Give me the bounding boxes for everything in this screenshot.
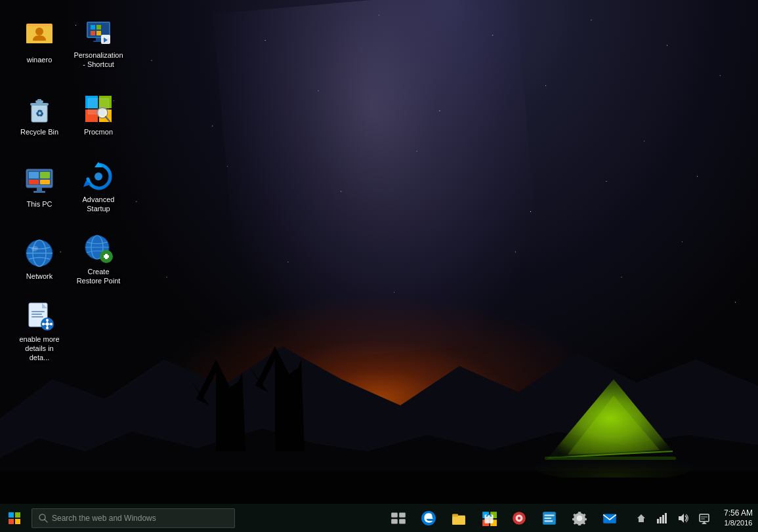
desktop-icon-create-restore-point-label: Create Restore Point xyxy=(76,267,121,286)
svg-rect-42 xyxy=(40,180,50,184)
desktop-icon-personalization-label: Personalization - Shortcut xyxy=(74,51,123,70)
clock-date: 1/8/2016 xyxy=(725,518,753,527)
system-clock[interactable]: 7:56 AM 1/8/2016 xyxy=(719,504,758,532)
svg-rect-62 xyxy=(32,316,43,317)
svg-point-13 xyxy=(35,28,43,35)
desktop-icon-advanced-startup[interactable]: Advanced Startup xyxy=(72,157,125,216)
svg-rect-96 xyxy=(544,520,553,522)
desktop-icon-procmon[interactable]: Procmon xyxy=(72,85,125,144)
desktop-icon-recycle-bin-label: Recycle Bin xyxy=(20,127,58,136)
system-tray xyxy=(627,504,719,532)
svg-rect-17 xyxy=(96,25,101,30)
taskbar-app5-button[interactable] xyxy=(505,504,534,532)
svg-marker-98 xyxy=(637,514,645,522)
desktop-icon-network-label: Network xyxy=(26,272,53,281)
desktop-icon-enable-more[interactable]: enable more details in deta... xyxy=(13,302,66,361)
svg-rect-77 xyxy=(391,512,398,517)
svg-rect-39 xyxy=(29,172,39,178)
svg-rect-71 xyxy=(9,512,14,518)
svg-rect-84 xyxy=(452,516,465,524)
desktop: winaero xyxy=(0,0,758,504)
svg-rect-25 xyxy=(30,103,49,106)
svg-rect-60 xyxy=(32,311,45,312)
svg-rect-73 xyxy=(9,519,14,524)
tray-action-center-icon[interactable] xyxy=(695,504,713,532)
svg-point-92 xyxy=(518,516,520,519)
svg-point-70 xyxy=(46,322,49,325)
taskbar-file-explorer-button[interactable] xyxy=(444,504,473,532)
svg-marker-6 xyxy=(548,379,673,458)
taskbar-settings-button[interactable] xyxy=(565,504,594,532)
taskbar-edge-button[interactable] xyxy=(414,504,443,532)
desktop-icon-winaero-label: winaero xyxy=(27,55,53,64)
svg-rect-57 xyxy=(105,254,108,259)
svg-rect-61 xyxy=(32,314,42,315)
svg-rect-79 xyxy=(391,519,398,523)
svg-rect-43 xyxy=(37,188,42,191)
tray-network-icon[interactable] xyxy=(653,504,671,532)
svg-rect-72 xyxy=(15,512,20,518)
svg-marker-4 xyxy=(249,346,305,451)
svg-rect-19 xyxy=(96,31,101,35)
svg-rect-102 xyxy=(665,513,667,523)
taskbar-task-view-button[interactable] xyxy=(384,504,413,532)
svg-marker-7 xyxy=(568,396,660,455)
svg-rect-95 xyxy=(544,517,551,518)
desktop-icon-this-pc-label: This PC xyxy=(26,199,52,209)
svg-rect-41 xyxy=(29,180,39,184)
svg-rect-44 xyxy=(33,191,45,193)
desktop-icon-this-pc[interactable]: This PC xyxy=(13,157,66,216)
svg-rect-16 xyxy=(91,25,95,30)
desktop-icon-personalization[interactable]: Personalization - Shortcut xyxy=(72,13,125,72)
svg-marker-3 xyxy=(190,359,245,451)
svg-rect-104 xyxy=(700,514,709,522)
svg-rect-27 xyxy=(37,99,41,101)
desktop-icon-recycle-bin[interactable]: ♻ Recycle Bin xyxy=(13,85,66,144)
tray-volume-icon[interactable] xyxy=(674,504,692,532)
svg-marker-103 xyxy=(679,514,684,523)
svg-rect-20 xyxy=(96,38,101,41)
start-button[interactable] xyxy=(0,504,29,532)
taskbar-store-button[interactable] xyxy=(474,504,503,532)
taskbar-app-icons xyxy=(381,504,627,532)
svg-point-47 xyxy=(95,173,102,180)
svg-rect-99 xyxy=(657,519,659,523)
search-placeholder: Search the web and Windows xyxy=(52,514,156,523)
svg-line-8 xyxy=(548,451,673,458)
svg-rect-2 xyxy=(0,471,758,504)
taskbar-app6-button[interactable] xyxy=(535,504,564,532)
svg-rect-94 xyxy=(544,514,554,516)
svg-rect-89 xyxy=(484,514,493,523)
taskbar-mail-button[interactable] xyxy=(595,504,624,532)
svg-point-35 xyxy=(99,110,106,116)
svg-rect-80 xyxy=(399,519,406,523)
svg-point-5 xyxy=(535,455,692,478)
svg-rect-78 xyxy=(399,512,406,517)
svg-text:♻: ♻ xyxy=(35,108,44,119)
search-box[interactable]: Search the web and Windows xyxy=(32,508,235,528)
tray-show-hidden-icons[interactable] xyxy=(632,504,650,532)
desktop-icon-procmon-label: Procmon xyxy=(84,127,113,136)
svg-rect-74 xyxy=(15,519,20,524)
desktop-icon-enable-more-label: enable more details in deta... xyxy=(17,335,62,363)
svg-rect-83 xyxy=(452,514,458,516)
svg-line-76 xyxy=(45,520,47,522)
taskbar: Search the web and Windows xyxy=(0,504,758,532)
desktop-icons-container: winaero xyxy=(0,0,144,459)
svg-rect-97 xyxy=(603,514,616,523)
clock-time: 7:56 AM xyxy=(724,508,753,519)
desktop-icon-network[interactable]: Network xyxy=(13,230,66,289)
desktop-icon-winaero[interactable]: winaero xyxy=(13,13,66,72)
svg-rect-101 xyxy=(662,515,664,523)
desktop-icon-create-restore-point[interactable]: Create Restore Point xyxy=(72,230,125,289)
svg-rect-9 xyxy=(545,457,676,460)
svg-rect-40 xyxy=(40,172,50,178)
desktop-icon-advanced-startup-label: Advanced Startup xyxy=(76,195,121,214)
svg-rect-18 xyxy=(91,31,95,35)
svg-rect-100 xyxy=(660,517,662,523)
